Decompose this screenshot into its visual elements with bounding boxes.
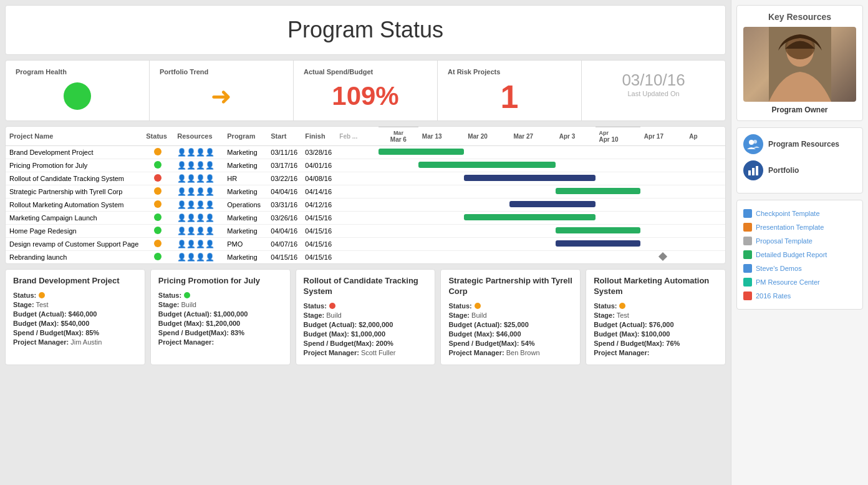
card-budget-max-field: Budget (Max): $46,000 bbox=[448, 330, 572, 338]
project-program-cell: Marketing bbox=[223, 159, 267, 172]
resource-person-icon: 👤 bbox=[186, 174, 196, 183]
gantt-cell-8-5 bbox=[556, 251, 596, 264]
col-header-finish: Finish bbox=[301, 127, 335, 146]
gantt-cell-1-6 bbox=[596, 159, 640, 172]
portfolio-trend-title: Portfolio Trend bbox=[160, 68, 283, 76]
program-health-card: Program Health bbox=[6, 61, 150, 120]
program-resources-label: Program Resources bbox=[768, 140, 839, 149]
gantt-bar bbox=[379, 149, 418, 155]
project-finish-cell: 04/15/16 bbox=[301, 251, 335, 264]
project-resources-cell: 👤👤👤👤 bbox=[173, 198, 223, 212]
gantt-cell-7-4 bbox=[509, 238, 555, 251]
project-card: Rollout Marketing Automation System Stat… bbox=[586, 269, 726, 365]
resource-person-icon: 👤 bbox=[205, 200, 215, 209]
status-indicator bbox=[154, 227, 162, 234]
sidebar-link-item[interactable]: 2016 Rates bbox=[743, 289, 856, 303]
sidebar-title: Key Resources bbox=[743, 12, 856, 22]
project-status-cell bbox=[142, 212, 173, 225]
card-project-name: Rollout Marketing Automation System bbox=[594, 276, 718, 297]
project-start-cell: 03/26/16 bbox=[267, 212, 301, 225]
gantt-bar bbox=[556, 188, 596, 194]
gantt-bar bbox=[596, 240, 640, 247]
resource-person-icon: 👤 bbox=[205, 227, 215, 235]
portfolio-label: Portfolio bbox=[768, 166, 799, 175]
card-project-name: Pricing Promotion for July bbox=[158, 276, 282, 287]
gantt-col-apr3: Apr 3 bbox=[556, 127, 596, 146]
gantt-cell-4-5 bbox=[556, 198, 596, 212]
resource-person-icon: 👤 bbox=[196, 240, 205, 248]
project-start-cell: 04/07/16 bbox=[267, 238, 301, 251]
gantt-cell-3-2 bbox=[418, 185, 464, 198]
card-project-name: Brand Development Project bbox=[13, 276, 137, 287]
card-pm-field: Project Manager: Scott Fuller bbox=[304, 349, 428, 356]
project-table: Project Name Status Resources Program St… bbox=[6, 127, 725, 263]
project-name-cell: Marketing Campaign Launch bbox=[6, 212, 142, 225]
resource-person-icon: 👤 bbox=[205, 213, 215, 222]
resource-person-icon: 👤 bbox=[196, 200, 205, 209]
resource-person-icon: 👤 bbox=[196, 148, 205, 157]
resource-person-icon: 👤 bbox=[196, 161, 205, 170]
gantt-cell-1-1 bbox=[379, 159, 418, 172]
photo-placeholder bbox=[743, 27, 856, 102]
sidebar-link-item[interactable]: Proposal Template bbox=[743, 234, 856, 248]
gantt-bar bbox=[556, 240, 596, 247]
gantt-cell-4-3 bbox=[464, 198, 509, 212]
status-indicator bbox=[154, 187, 162, 195]
sidebar-link-item[interactable]: Steve's Demos bbox=[743, 262, 856, 275]
gantt-col-apr10: Apr Apr 10 bbox=[596, 127, 640, 146]
gantt-cell-2-1 bbox=[379, 172, 418, 185]
project-status-cell bbox=[142, 238, 173, 251]
gantt-cell-0-7 bbox=[640, 146, 685, 159]
resource-person-icon: 👤 bbox=[177, 253, 186, 262]
gantt-cell-3-5 bbox=[556, 185, 596, 198]
link-label: Presentation Template bbox=[756, 223, 824, 231]
gantt-cell-5-2 bbox=[418, 212, 464, 225]
gantt-cell-1-8 bbox=[685, 159, 725, 172]
resource-person-icon: 👤 bbox=[205, 240, 215, 248]
sidebar-link-item[interactable]: Checkpoint Template bbox=[743, 207, 856, 220]
card-status-dot bbox=[39, 292, 45, 298]
sidebar-link-item[interactable]: Detailed Budget Report bbox=[743, 248, 856, 262]
project-start-cell: 04/04/16 bbox=[267, 185, 301, 198]
program-resources-item[interactable]: Program Resources bbox=[743, 134, 856, 154]
gantt-bar bbox=[556, 214, 596, 220]
svg-rect-6 bbox=[748, 170, 751, 175]
sidebar-link-item[interactable]: PM Resource Center bbox=[743, 275, 856, 289]
gantt-cell-4-0 bbox=[335, 198, 379, 212]
project-status-cell bbox=[142, 225, 173, 238]
main-panel: Program Status Program Health Portfolio … bbox=[0, 0, 731, 485]
last-updated-value: 03/10/16 Last Updated On bbox=[592, 68, 715, 99]
sidebar-link-item[interactable]: Presentation Template bbox=[743, 220, 856, 234]
project-name-cell: Pricing Promotion for July bbox=[6, 159, 142, 172]
page-title: Program Status bbox=[17, 17, 714, 43]
project-program-cell: Marketing bbox=[223, 212, 267, 225]
gantt-cell-8-0 bbox=[335, 251, 379, 264]
gantt-bar bbox=[464, 162, 509, 168]
portfolio-item[interactable]: Portfolio bbox=[743, 160, 856, 180]
project-start-cell: 04/04/16 bbox=[267, 225, 301, 238]
project-name-cell: Brand Development Project bbox=[6, 146, 142, 159]
resource-person-icon: 👤 bbox=[205, 148, 215, 157]
gantt-cell-6-8 bbox=[685, 225, 725, 238]
table-row: Brand Development Project👤👤👤👤Marketing03… bbox=[6, 146, 725, 159]
gantt-cell-5-4 bbox=[509, 212, 555, 225]
card-status-field: Status: bbox=[13, 291, 137, 299]
project-name-cell: Design revamp of Customer Support Page bbox=[6, 238, 142, 251]
card-pm-field: Project Manager: Ben Brown bbox=[448, 349, 572, 356]
card-budget-max-field: Budget (Max): $1,000,000 bbox=[304, 330, 428, 338]
card-budget-actual-field: Budget (Actual): $76,000 bbox=[594, 321, 718, 328]
resource-person-icon: 👤 bbox=[186, 253, 196, 262]
gantt-bar bbox=[509, 201, 555, 207]
title-bar: Program Status bbox=[5, 5, 726, 55]
card-spend-field: Spend / Budget(Max): 76% bbox=[594, 340, 718, 347]
project-program-cell: PMO bbox=[223, 238, 267, 251]
resource-person-icon: 👤 bbox=[196, 187, 205, 196]
spend-percentage: 109% bbox=[332, 81, 398, 111]
link-label: Checkpoint Template bbox=[756, 210, 820, 217]
at-risk-title: At Risk Projects bbox=[448, 68, 571, 76]
gantt-col-feb: Feb ... bbox=[335, 127, 379, 146]
gantt-cell-4-6 bbox=[596, 198, 640, 212]
project-status-cell bbox=[142, 198, 173, 212]
svg-point-5 bbox=[753, 140, 757, 144]
gantt-bar bbox=[464, 214, 509, 220]
